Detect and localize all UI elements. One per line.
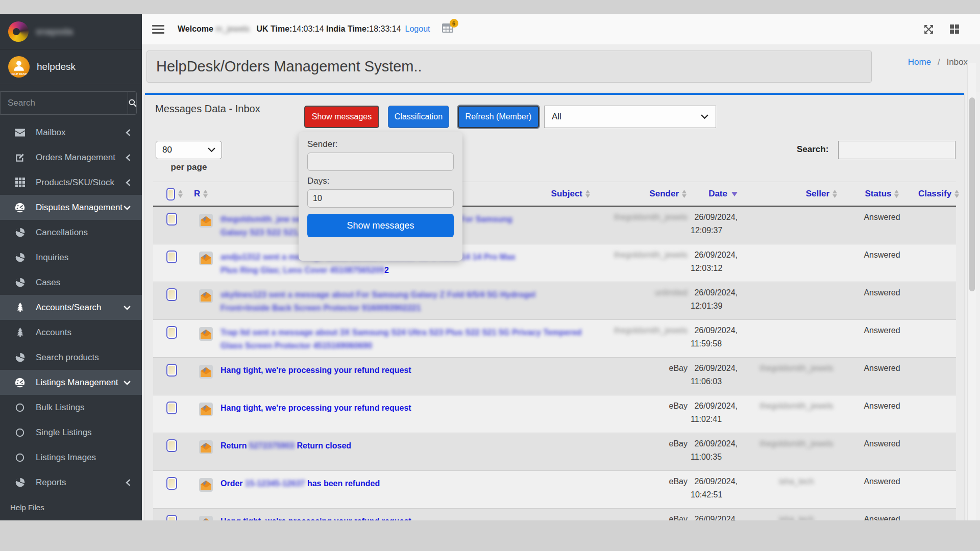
scrollbar-thumb[interactable] [969, 97, 975, 291]
messages-table-icon[interactable]: 6 [442, 23, 454, 35]
sidebar-item-search-products[interactable]: Search products [0, 345, 142, 370]
seller-cell [747, 282, 846, 319]
days-input[interactable] [307, 189, 454, 208]
row-checkbox[interactable] [166, 213, 177, 226]
message-row[interactable]: skylines123 sent a message about For Sam… [153, 282, 956, 320]
sort-desc-icon [731, 192, 738, 196]
row-checkbox[interactable] [166, 288, 177, 301]
sort-icon [832, 190, 837, 198]
sidebar-item-products-sku-stock[interactable]: Products/SKU/Stock [0, 170, 142, 195]
popup-show-messages-button[interactable]: Show messages [307, 214, 454, 237]
sort-icon [954, 190, 959, 198]
per-page-select[interactable]: 80 [156, 141, 222, 159]
sidebar-item-inquiries[interactable]: Inquiries [0, 245, 142, 270]
table-search-input[interactable] [838, 141, 955, 159]
chevron-down-icon [208, 145, 215, 155]
edit-icon [14, 153, 26, 162]
chevron-left-icon [126, 129, 131, 136]
india-time-value: 18:33:14 [369, 24, 401, 34]
row-checkbox[interactable] [166, 439, 177, 452]
mail-reply-icon[interactable] [199, 516, 213, 520]
mail-reply-icon[interactable] [199, 327, 213, 343]
col-header-r[interactable]: R [183, 189, 213, 199]
chevron-left-icon [126, 479, 131, 486]
filter-select[interactable]: All [544, 106, 716, 128]
mail-reply-icon[interactable] [199, 403, 213, 418]
sender-input[interactable] [307, 153, 454, 171]
subject-link[interactable]: Order 15-12345-12637 has been refunded [220, 477, 596, 490]
col-header-status[interactable]: Status [846, 189, 918, 199]
breadcrumb-home-link[interactable]: Home [908, 57, 931, 67]
sidebar-item-reports[interactable]: Reports [0, 470, 142, 495]
row-checkbox[interactable] [166, 402, 177, 414]
sidebar-search-input[interactable] [1, 92, 128, 114]
redacted-text: Galaxy S23 S22 S21.. [220, 228, 302, 237]
subject-link[interactable]: skylines123 sent a message about For Sam… [220, 288, 596, 302]
message-row[interactable]: Hang tight, we're processing your refund… [153, 395, 956, 433]
user-row[interactable]: HELP DESK helpdesk [0, 49, 142, 84]
sidebar-item-mailbox[interactable]: Mailbox [0, 120, 142, 145]
message-row[interactable]: Trap ltd sent a message about 3X Samsung… [153, 320, 956, 358]
mail-reply-icon[interactable] [199, 289, 213, 305]
logout-link[interactable]: Logout [405, 24, 430, 34]
message-row[interactable]: Return 5272375903 Return closedeBay26/09… [153, 433, 956, 471]
subject-link[interactable]: Hang tight, we're processing your refund… [220, 515, 596, 520]
hamburger-menu-icon[interactable] [152, 23, 164, 36]
sidebar-item-cancellations[interactable]: Cancellations [0, 220, 142, 245]
mail-reply-icon[interactable] [199, 478, 213, 494]
subject-link[interactable]: Return 5272375903 Return closed [220, 439, 596, 453]
sidebar-item-orders-management[interactable]: Orders Management [0, 145, 142, 170]
subject-link[interactable]: Trap ltd sent a message about 3X Samsung… [220, 326, 596, 339]
sidebar-item-single-listings[interactable]: Single Listings [0, 420, 142, 445]
col-header-seller[interactable]: Seller [747, 189, 846, 199]
subject-link[interactable]: Hang tight, we're processing your refund… [220, 402, 596, 415]
select-all-checkbox[interactable] [166, 188, 175, 201]
page-title: HelpDesk/Orders Management System.. [156, 58, 422, 75]
refresh-member-button[interactable]: Refresh (Member) [458, 106, 539, 128]
vertical-scrollbar[interactable] [967, 63, 976, 520]
fullscreen-icon[interactable] [923, 24, 934, 35]
col-header-sender[interactable]: Sender [596, 189, 691, 199]
status-cell: Answered [846, 509, 918, 520]
row-checkbox[interactable] [166, 251, 177, 263]
sidebar-item-label: Single Listings [36, 428, 92, 438]
mail-reply-icon[interactable] [199, 365, 213, 381]
redacted-text: Front+Inside Back Screen Protector 91600… [220, 304, 421, 312]
row-checkbox[interactable] [166, 515, 177, 520]
row-checkbox[interactable] [166, 477, 177, 490]
col-header-classify[interactable]: Classify [918, 189, 960, 199]
content-area: Messages Data - Inbox Show messages Clas… [142, 92, 980, 520]
sidebar-search-button[interactable] [128, 92, 137, 114]
apps-grid-icon[interactable] [949, 24, 960, 34]
sidebar-item-disputes-management[interactable]: Disputes Management [0, 195, 142, 220]
message-row[interactable]: andju1312 sent a message about Screen Pr… [153, 244, 956, 282]
brand-logo-icon [8, 21, 29, 42]
sidebar-item-bulk-listings[interactable]: Bulk Listings [0, 395, 142, 420]
mail-reply-icon[interactable] [199, 252, 213, 267]
row-checkbox[interactable] [166, 364, 177, 377]
sidebar-item-accounts[interactable]: Accounts [0, 320, 142, 345]
chevron-down-icon [124, 305, 131, 310]
subject-link[interactable]: Hang tight, we're processing your refund… [220, 364, 596, 377]
mail-reply-icon[interactable] [199, 214, 213, 230]
message-row[interactable]: Hang tight, we're processing your refund… [153, 358, 956, 395]
col-header-checkbox[interactable] [153, 188, 183, 201]
message-row[interactable]: Order 15-12345-12637 has been refundedeB… [153, 471, 956, 509]
sidebar-item-listings-images[interactable]: Listings Images [0, 445, 142, 470]
sender-cell: unlimited [596, 282, 691, 319]
col-header-date[interactable]: Date [691, 189, 747, 199]
sidebar-item-listings-management[interactable]: Listings Management [0, 370, 142, 395]
sidebar-item-cases[interactable]: Cases [0, 270, 142, 295]
subject-link[interactable]: Front+Inside Back Screen Protector 91600… [220, 302, 596, 315]
sidebar-item-accounts-search[interactable]: Accounts/Search [0, 295, 142, 320]
seller-cell [747, 207, 846, 244]
row-checkbox[interactable] [166, 326, 177, 339]
breadcrumb: Home / Inbox [908, 57, 968, 67]
message-row[interactable]: thegoldsmith_jew sent a message about 9H… [153, 207, 956, 244]
message-row[interactable]: Hang tight, we're processing your refund… [153, 509, 956, 520]
show-messages-button[interactable]: Show messages [304, 106, 379, 128]
mail-reply-icon[interactable] [199, 440, 213, 456]
subject-link[interactable]: Glass Screen Protector 4515169060690 [220, 339, 596, 353]
subject-link[interactable]: Plus Ring Glas; Lens Cover 4510875652092 [220, 264, 596, 277]
classification-button[interactable]: Classification [388, 106, 449, 128]
